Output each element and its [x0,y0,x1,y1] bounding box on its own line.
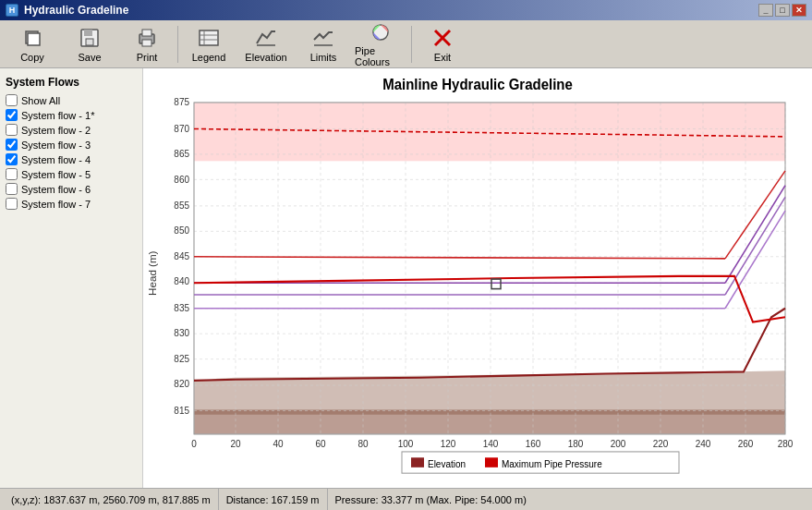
flow-checkbox-3[interactable] [6,139,18,151]
exit-icon [430,26,455,50]
maximize-button[interactable]: □ [775,4,790,17]
svg-line-52 [725,186,785,284]
save-icon [77,26,103,50]
flow-label-4: System flow - 4 [21,154,91,165]
svg-text:0: 0 [191,438,197,448]
title-bar-controls: _ □ ✕ [758,4,806,17]
svg-text:200: 200 [611,438,626,448]
svg-rect-59 [491,279,501,289]
svg-text:160: 160 [526,438,541,448]
save-label: Save [78,52,101,63]
window-title: Hydraulic Gradeline [24,4,128,17]
svg-text:40: 40 [273,438,283,448]
svg-text:865: 865 [174,149,189,159]
flow-item-6: System flow - 6 [6,183,137,195]
svg-text:860: 860 [174,174,189,184]
close-button[interactable]: ✕ [792,4,806,17]
flow-list: Show AllSystem flow - 1*System flow - 2S… [6,94,137,210]
flow-item-5: System flow - 5 [6,168,137,180]
svg-text:80: 80 [358,438,368,448]
limits-icon [310,26,336,50]
print-label: Print [137,52,158,63]
svg-rect-19 [194,410,785,434]
flow-label-1: System flow - 1* [21,110,94,121]
svg-line-56 [725,211,785,309]
flow-label-7: System flow - 7 [21,199,91,210]
svg-text:840: 840 [174,276,189,286]
flow-label-6: System flow - 6 [21,184,91,195]
save-button[interactable]: Save [61,23,118,66]
svg-text:100: 100 [398,438,414,448]
svg-text:875: 875 [174,97,189,107]
toolbar-separator-1 [177,26,178,63]
pipe-colours-label: Pipe Colours [355,45,406,67]
elevation-label: Elevation [245,52,286,63]
svg-rect-17 [194,103,785,161]
svg-rect-1 [28,33,40,45]
copy-label: Copy [20,52,44,63]
svg-rect-91 [411,457,424,468]
flow-checkbox-2[interactable] [6,124,18,136]
elevation-button[interactable]: Elevation [237,23,295,66]
flow-item-4: System flow - 4 [6,153,137,165]
svg-text:830: 830 [174,328,189,338]
svg-text:825: 825 [174,354,189,364]
title-bar-icon: H [6,4,18,17]
flow-item-0: Show All [6,94,137,106]
flow-checkbox-7[interactable] [6,198,18,210]
status-bar: (x,y,z): 1837.637 m, 2560.709 m, 817.885… [0,488,812,510]
coordinates-segment: (x,y,z): 1837.637 m, 2560.709 m, 817.885… [4,489,219,510]
title-bar: H Hydraulic Gradeline _ □ ✕ [0,0,812,20]
svg-text:240: 240 [696,438,711,448]
flow-item-2: System flow - 2 [6,124,137,136]
chart-title: Mainline Hydraulic Gradeline [382,77,573,92]
legend-button[interactable]: Legend [180,23,237,66]
toolbar: Copy Save Print Legend Elevation Limits [0,20,812,68]
svg-rect-4 [86,39,93,45]
limits-button[interactable]: Limits [295,23,352,66]
flow-label-5: System flow - 5 [21,169,91,180]
flow-label-2: System flow - 2 [21,125,91,136]
flow-item-7: System flow - 7 [6,198,137,210]
flow-checkbox-4[interactable] [6,153,18,165]
svg-rect-93 [485,457,498,468]
left-panel: System Flows Show AllSystem flow - 1*Sys… [0,68,143,488]
main-content: System Flows Show AllSystem flow - 1*Sys… [0,68,812,488]
svg-text:280: 280 [778,438,794,448]
minimize-button[interactable]: _ [758,4,773,17]
flow-checkbox-5[interactable] [6,168,18,180]
panel-title: System Flows [6,76,137,89]
svg-rect-8 [200,30,218,45]
flow-label-0: Show All [21,95,60,106]
svg-text:Head (m): Head (m) [147,250,158,296]
svg-text:815: 815 [174,406,189,416]
chart-area[interactable]: Mainline Hydraulic Gradeline [143,68,812,488]
svg-rect-3 [84,30,92,36]
svg-text:180: 180 [568,438,584,448]
elevation-icon [253,26,279,50]
print-button[interactable]: Print [118,23,176,66]
print-icon [134,26,160,50]
svg-text:220: 220 [653,438,669,448]
pipe-colours-button[interactable]: Pipe Colours [352,23,409,66]
flow-item-1: System flow - 1* [6,109,137,121]
flow-checkbox-6[interactable] [6,183,18,195]
svg-line-57 [194,257,725,259]
svg-text:60: 60 [315,438,325,448]
pressure-text: Pressure: 33.377 m (Max. Pipe: 54.000 m) [335,494,527,505]
flow-checkbox-0[interactable] [6,94,18,106]
copy-button[interactable]: Copy [4,23,61,66]
exit-button[interactable]: Exit [414,23,471,66]
svg-text:Maximum Pipe Pressure: Maximum Pipe Pressure [502,459,602,469]
flow-checkbox-1[interactable] [6,109,18,121]
toolbar-separator-2 [411,26,412,63]
flow-item-3: System flow - 3 [6,139,137,151]
svg-text:Elevation: Elevation [428,459,466,469]
legend-icon [196,26,222,50]
exit-label: Exit [434,52,451,63]
svg-text:20: 20 [230,438,240,448]
svg-text:835: 835 [174,303,189,313]
flow-label-3: System flow - 3 [21,140,91,151]
copy-icon [19,26,45,50]
svg-rect-7 [142,40,151,46]
